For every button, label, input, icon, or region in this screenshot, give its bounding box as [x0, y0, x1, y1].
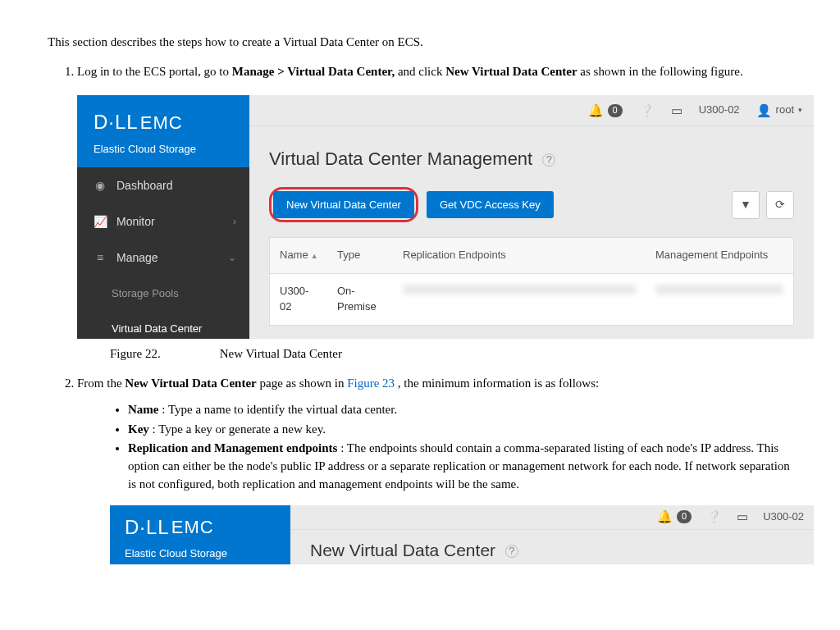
step1-post: as shown in the following figure.	[578, 65, 743, 78]
topbar: 🔔 0 ❔ ▭ U300-02 👤 root ▾	[249, 95, 814, 126]
sidebar-label-manage: Manage	[116, 249, 158, 266]
chevron-right-icon: ›	[233, 215, 236, 229]
bullet-endpoints: Replication and Management endpoints : T…	[128, 440, 792, 493]
sidebar-item-dashboard[interactable]: ◉ Dashboard	[77, 167, 249, 203]
user-menu[interactable]: 👤 root ▾	[756, 102, 802, 120]
alerts-button[interactable]: 🔔 0	[588, 102, 623, 120]
sidebar-label-storage-pools: Storage Pools	[112, 286, 179, 302]
page-title: Virtual Data Center Management ?	[249, 126, 814, 187]
step1-bold2: New Virtual Data Center	[445, 65, 577, 78]
sidebar-item-monitor[interactable]: 📈 Monitor ›	[77, 203, 249, 240]
refresh-icon: ⟳	[775, 196, 785, 212]
alert-count-2: 0	[677, 510, 692, 523]
chart-icon: 📈	[94, 213, 107, 230]
screenshot-new-vdc: D·LLEMC Elastic Cloud Storage 🔔 0 ❔ ▭ U3…	[110, 505, 814, 564]
bullet-key-bold: Key	[128, 422, 149, 436]
caret-down-icon: ▾	[798, 105, 802, 116]
button-row: New Virtual Data Center Get VDC Access K…	[249, 187, 814, 237]
new-vdc-button[interactable]: New Virtual Data Center	[273, 191, 414, 218]
highlight-circle: New Virtual Data Center	[269, 187, 418, 222]
brand-block-2: D·LLEMC Elastic Cloud Storage	[110, 505, 290, 564]
step2-bold: New Virtual Data Center	[125, 377, 256, 390]
cell-type: On-Premise	[327, 274, 393, 325]
figure-23-link[interactable]: Figure 23	[347, 377, 395, 390]
topbar-2: 🔔 0 ❔ ▭ U300-02	[290, 505, 814, 530]
cell-management	[646, 274, 793, 325]
stack-icon: ≡	[94, 249, 107, 266]
col-replication[interactable]: Replication Endpoints	[393, 238, 646, 273]
help-circle-icon[interactable]: ?	[542, 153, 555, 167]
page-title-2: New Virtual Data Center ?	[290, 530, 814, 563]
step-2: From the New Virtual Data Center page as…	[77, 375, 792, 564]
brand-subtitle: Elastic Cloud Storage	[94, 142, 233, 158]
sidebar-label-monitor: Monitor	[116, 213, 155, 230]
screenshot-vdc-management: D·LLEMC Elastic Cloud Storage ◉ Dashboar…	[77, 95, 814, 339]
caption-text: New Virtual Data Center	[220, 347, 342, 360]
brand-emc-2: EMC	[171, 514, 214, 541]
brand-dell: D·LL	[94, 108, 139, 137]
gauge-icon: ◉	[94, 177, 107, 194]
bullet-key: Key : Type a key or generate a new key.	[128, 421, 792, 439]
node-label: U300-02	[699, 103, 740, 118]
step1-bold1: Manage > Virtual Data Center,	[232, 65, 395, 78]
step1-pre: Log in to the ECS portal, go to	[77, 65, 232, 78]
chevron-down-icon: ⌄	[228, 251, 236, 265]
sidebar-label-vdc: Virtual Data Center	[112, 322, 202, 337]
alert-count: 0	[608, 104, 623, 117]
node-label-2: U300-02	[763, 509, 804, 525]
brand-subtitle-2: Elastic Cloud Storage	[125, 546, 276, 562]
step2-pre: From the	[77, 377, 125, 390]
cell-replication	[393, 274, 646, 325]
step1-mid: and click	[395, 65, 445, 78]
refresh-button[interactable]: ⟳	[766, 191, 794, 219]
bullet-name: Name : Type a name to identify the virtu…	[128, 401, 792, 419]
alerts-button-2[interactable]: 🔔 0	[657, 508, 692, 526]
page-title-text: Virtual Data Center Management	[269, 148, 532, 169]
help-icon[interactable]: ❔	[639, 102, 655, 120]
sidebar-label-dashboard: Dashboard	[116, 177, 173, 194]
step2-post: , the minimum information is as follows:	[395, 377, 599, 390]
sidebar-item-storage-pools[interactable]: Storage Pools	[77, 276, 249, 312]
col-management[interactable]: Management Endpoints	[646, 238, 793, 273]
table-row[interactable]: U300-02 On-Premise	[270, 274, 793, 325]
user-icon: 👤	[756, 102, 772, 120]
bullet-endpoints-bold: Replication and Management endpoints	[128, 441, 337, 454]
brand-block: D·LLEMC Elastic Cloud Storage	[77, 95, 249, 167]
brand-dell-2: D·LL	[125, 514, 170, 542]
table-header: Name▲ Type Replication Endpoints Managem…	[270, 238, 793, 274]
col-name-label: Name	[280, 249, 308, 261]
filter-button[interactable]: ▼	[732, 191, 760, 219]
main-area: 🔔 0 ❔ ▭ U300-02 👤 root ▾ Virtual Data Ce…	[249, 95, 814, 339]
sort-asc-icon: ▲	[311, 252, 318, 260]
user-label: root	[776, 103, 794, 118]
bullet-key-text: : Type a key or generate a new key.	[149, 422, 326, 436]
brand-emc: EMC	[140, 110, 183, 136]
main-area-2: 🔔 0 ❔ ▭ U300-02 New Virtual Data Center …	[290, 505, 814, 564]
caption-label: Figure 22.	[110, 345, 217, 363]
sidebar-item-manage[interactable]: ≡ Manage ⌄	[77, 240, 249, 276]
get-access-key-button[interactable]: Get VDC Access Key	[427, 191, 554, 218]
card-icon-2[interactable]: ▭	[737, 508, 748, 526]
figure-caption: Figure 22. New Virtual Data Center	[110, 345, 792, 363]
page-title-2-text: New Virtual Data Center	[310, 541, 495, 559]
vdc-table: Name▲ Type Replication Endpoints Managem…	[269, 237, 794, 326]
intro-text: This section describes the steps how to …	[48, 33, 792, 52]
step2-mid: page as shown in	[257, 377, 347, 390]
bullet-name-bold: Name	[128, 403, 159, 416]
filter-icon: ▼	[740, 196, 751, 212]
sidebar-item-vdc[interactable]: Virtual Data Center	[77, 312, 249, 347]
card-icon[interactable]: ▭	[671, 102, 682, 120]
col-type[interactable]: Type	[327, 238, 393, 273]
sidebar: D·LLEMC Elastic Cloud Storage ◉ Dashboar…	[77, 95, 249, 339]
step-1: Log in to the ECS portal, go to Manage >…	[77, 63, 792, 364]
bullet-name-text: : Type a name to identify the virtual da…	[159, 403, 398, 416]
help-circle-icon-2[interactable]: ?	[505, 545, 518, 558]
bell-icon-2: 🔔	[657, 508, 673, 526]
cell-name: U300-02	[270, 274, 327, 325]
bell-icon: 🔔	[588, 102, 604, 120]
help-icon-2[interactable]: ❔	[706, 508, 722, 526]
col-name[interactable]: Name▲	[270, 238, 327, 273]
